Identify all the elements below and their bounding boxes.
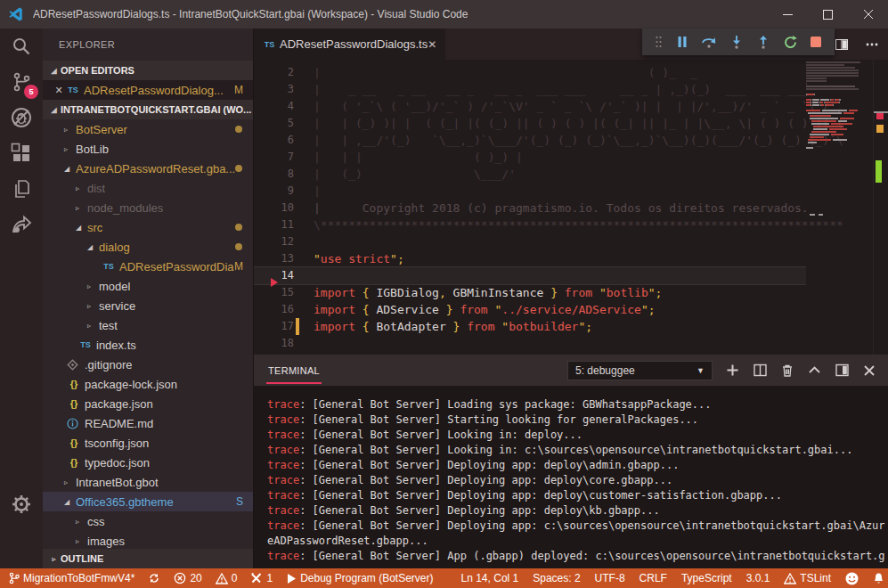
- more-actions-button[interactable]: [865, 37, 879, 52]
- status-bell[interactable]: [873, 572, 884, 584]
- tree-item-node-modules[interactable]: ▹node_modules: [43, 198, 253, 217]
- typescript-file-icon: TS: [78, 340, 93, 349]
- status-smiley[interactable]: [845, 572, 859, 585]
- tree-item-package-json[interactable]: {}package.json: [43, 394, 253, 413]
- status-sync[interactable]: [148, 572, 160, 584]
- open-editors-header[interactable]: ◢OPEN EDITORS: [43, 61, 253, 80]
- ruler-mark: [876, 113, 884, 119]
- code-line-9: 9|: [254, 183, 806, 200]
- maximize-panel-button[interactable]: [808, 363, 821, 377]
- terminal-line: trace: [General Bot Server] Starting loo…: [267, 413, 888, 429]
- split-terminal-button[interactable]: [754, 363, 767, 377]
- tree-item-test[interactable]: ▹test: [43, 315, 253, 335]
- tree-item-images[interactable]: ▹images: [43, 531, 253, 549]
- code-editor[interactable]: 2| ( )_ _3| _ __ _ __ __ _ __ _ ___ ___ …: [254, 60, 888, 355]
- close-panel-button[interactable]: [863, 364, 876, 377]
- tree-item-dialog[interactable]: ◢dialog: [43, 237, 253, 257]
- search-icon[interactable]: [0, 29, 43, 64]
- terminal-panel: TERMINAL 5: debuggee▼ trace: [General Bo…: [254, 355, 888, 568]
- tree-item-label: Office365.gbtheme: [76, 495, 174, 509]
- outline-header[interactable]: ▹OUTLINE: [43, 549, 253, 568]
- status-typescript[interactable]: TypeScript: [681, 572, 732, 584]
- tree-item-label: dialog: [99, 241, 130, 254]
- chevron-collapsed-icon: ▹: [64, 478, 76, 486]
- code-line-13: 13"use strict";: [254, 250, 806, 267]
- window-title: ADResetPasswordDialogs.ts - IntranetBotQ…: [33, 8, 768, 20]
- tree-item-adresetpassworddial[interactable]: TSADResetPasswordDial...M: [43, 257, 253, 276]
- modified-dot-badge: [235, 126, 242, 133]
- tree-item-label: images: [87, 535, 125, 548]
- status-debug-program-botserver[interactable]: Debug Program (BotServer): [286, 572, 433, 584]
- terminal-line: trace: [General Bot Server] Loading sys …: [267, 398, 888, 413]
- gear-icon[interactable]: [0, 486, 43, 522]
- status-0[interactable]: 0: [216, 572, 238, 584]
- step-out-button[interactable]: [756, 35, 770, 49]
- json-file-icon: {}: [67, 398, 81, 409]
- tree-item-model[interactable]: ▹model: [43, 276, 253, 296]
- tree-item-label: src: [87, 221, 102, 234]
- tree-item-azureadpasswordreset-gba[interactable]: ◢AzureADPasswordReset.gba...: [43, 159, 253, 178]
- terminal-line: trace: [General Bot Server] App (.gbapp)…: [267, 550, 888, 565]
- share-icon[interactable]: [0, 207, 43, 242]
- code-line-4: 4| ( '_`\ ( '__)/'_` ) /'_`\V' _ ` _ `\ …: [254, 98, 806, 115]
- tree-item-typedoc-json[interactable]: {}typedoc.json: [43, 453, 253, 472]
- tree-item-index-ts[interactable]: TSindex.ts: [43, 335, 253, 355]
- kill-terminal-button[interactable]: [781, 363, 794, 377]
- extensions-icon[interactable]: [0, 135, 43, 171]
- tree-item-botlib[interactable]: ▹BotLib: [43, 139, 253, 159]
- line-number: 10: [254, 200, 294, 216]
- status-1[interactable]: 1: [250, 572, 273, 584]
- tree-item-package-lock-json[interactable]: {}package-lock.json: [43, 374, 253, 394]
- tree-item-intranetbot-gbot[interactable]: ▹IntranetBot.gbot: [43, 472, 253, 492]
- tree-item-tsconfig-json[interactable]: {}tsconfig.json: [43, 433, 253, 453]
- maximize-button[interactable]: [808, 0, 848, 29]
- close-icon[interactable]: ✕: [428, 38, 436, 51]
- terminal-select[interactable]: 5: debuggee▼: [567, 361, 713, 380]
- status-ln-14-col-1[interactable]: Ln 14, Col 1: [461, 572, 519, 584]
- status-tslint[interactable]: TSLint: [784, 572, 831, 584]
- pause-button[interactable]: [675, 35, 689, 49]
- source-control-icon[interactable]: 5: [0, 64, 43, 100]
- status-3-0-1[interactable]: 3.0.1: [746, 572, 770, 584]
- status-utf-8[interactable]: UTF-8: [595, 572, 625, 584]
- tree-item-service[interactable]: ▹service: [43, 296, 253, 315]
- tree-item-label: typedoc.json: [85, 456, 150, 470]
- step-into-button[interactable]: [729, 35, 744, 49]
- split-editor-button[interactable]: [835, 37, 849, 52]
- tab-terminal[interactable]: TERMINAL: [266, 357, 322, 384]
- pages-icon[interactable]: [0, 171, 43, 207]
- open-editor-item[interactable]: ✕ TS ADResetPasswordDialog... M: [43, 80, 253, 100]
- tree-item-label: AzureADPasswordReset.gba...: [76, 162, 235, 176]
- tree-item-readme-md[interactable]: README.md: [43, 413, 253, 433]
- stop-button[interactable]: [810, 36, 822, 48]
- code-line-15: 15import { IGBDialog, GBMinInstance } fr…: [254, 284, 806, 301]
- tree-item-gitignore[interactable]: .gitignore: [43, 355, 253, 374]
- status-crlf[interactable]: CRLF: [640, 572, 667, 584]
- tree-item-botserver[interactable]: ▹BotServer: [43, 119, 253, 139]
- gitignore-file-icon: [67, 359, 81, 371]
- close-icon[interactable]: ✕: [52, 85, 66, 96]
- minimize-button[interactable]: [768, 0, 808, 29]
- tree-item-label: css: [87, 515, 105, 528]
- status-20[interactable]: 20: [174, 572, 201, 584]
- tab-adresetpassworddialogs[interactable]: TS ADResetPasswordDialogs.ts ✕: [254, 29, 445, 60]
- chevron-down-icon: ▼: [697, 366, 705, 375]
- debug-disabled-icon[interactable]: [0, 100, 43, 135]
- restart-button[interactable]: [783, 35, 798, 50]
- status-spaces-2[interactable]: Spaces: 2: [533, 572, 580, 584]
- tree-item-src[interactable]: ◢src: [43, 217, 253, 237]
- line-number: 3: [254, 81, 294, 98]
- toggle-panel-button[interactable]: [835, 363, 849, 377]
- close-button[interactable]: [848, 0, 888, 29]
- workspace-section-header[interactable]: ◢INTRANETBOTQUICKSTART.GBAI (WO...: [43, 100, 253, 119]
- terminal-output[interactable]: trace: [General Bot Server] Loading sys …: [254, 386, 888, 568]
- status-bar: MigrationToBotFmwV4*2001Debug Program (B…: [0, 568, 888, 588]
- tree-item-css[interactable]: ▹css: [43, 511, 253, 531]
- step-over-button[interactable]: [701, 35, 717, 49]
- minimap[interactable]: [806, 60, 873, 355]
- tree-item-office365-gbtheme[interactable]: ◢Office365.gbthemeS: [43, 492, 253, 511]
- tree-item-dist[interactable]: ▹dist: [43, 178, 253, 198]
- play-icon: [286, 573, 297, 584]
- new-terminal-button[interactable]: [726, 363, 739, 377]
- status-migrationtobotfmwv4[interactable]: MigrationToBotFmwV4*: [9, 572, 134, 584]
